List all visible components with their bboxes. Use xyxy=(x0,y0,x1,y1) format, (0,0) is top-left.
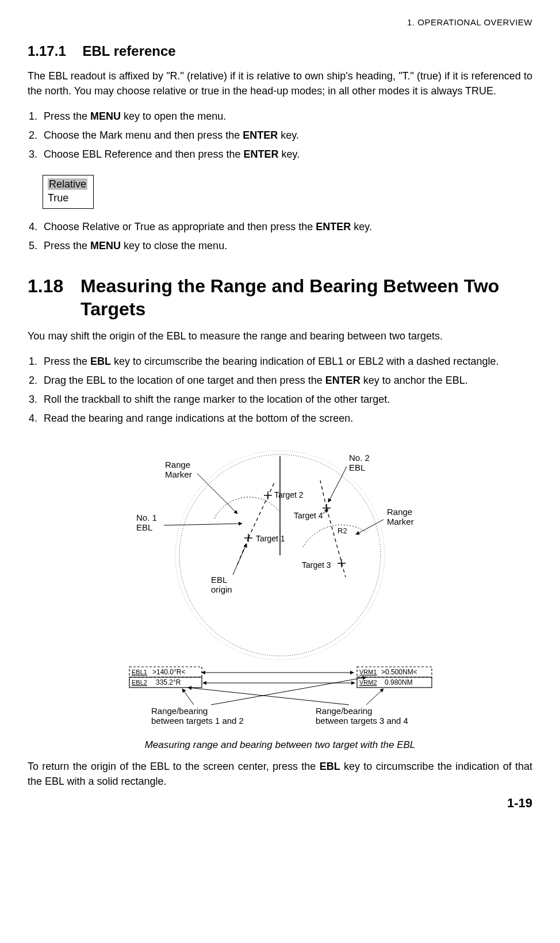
step-text: key. xyxy=(351,221,372,232)
outro-key: EBL xyxy=(320,761,340,772)
readout-vrm: VRM1 >0.500NM< VRM2 0.980NM xyxy=(357,667,432,688)
step-text: Drag the EBL to the location of one targ… xyxy=(44,375,325,386)
step-text: Choose the Mark menu and then press the xyxy=(44,129,243,141)
fig-label: No. 1 xyxy=(136,513,157,522)
step-text: key to close the menu. xyxy=(121,240,227,251)
svg-text:No. 2EBL: No. 2EBL xyxy=(349,453,370,472)
para-1-18-outro: To return the origin of the EBL to the s… xyxy=(28,759,532,789)
heading-title: EBL reference xyxy=(82,43,175,59)
step-text: key to open the menu. xyxy=(121,110,226,122)
svg-text:Range/bearingbetween targets 3: Range/bearingbetween targets 3 and 4 xyxy=(316,706,408,726)
steps-1-17-1-b: Choose Relative or True as appropriate a… xyxy=(28,219,532,254)
fig-label: origin xyxy=(211,585,232,594)
fig-caption-text: Range/bearing xyxy=(151,706,208,716)
svg-line-25 xyxy=(323,509,328,514)
step: Read the bearing and range indications a… xyxy=(40,411,532,426)
fig-label: Target 3 xyxy=(302,560,331,570)
figure-ebl-diagram: R2 RangeMarker No. 1EBL EBLorigin Target… xyxy=(96,434,464,751)
readout-value: 0.980NM xyxy=(385,678,413,686)
step-text: Press the xyxy=(44,356,90,367)
step-text: Press the xyxy=(44,110,90,122)
fig-caption-text: between targets 1 and 2 xyxy=(151,716,244,726)
fig-label: No. 2 xyxy=(349,453,370,463)
step-text: key to anchor the EBL. xyxy=(360,375,468,386)
option-other: True xyxy=(48,192,87,205)
fig-label: Target 2 xyxy=(274,490,304,499)
readout-value: >0.500NM< xyxy=(381,668,417,676)
fig-caption-text: Range/bearing xyxy=(316,706,372,716)
page: 1. OPERATIONAL OVERVIEW 1.17.1 EBL refer… xyxy=(0,0,560,822)
step: Drag the EBL to the location of one targ… xyxy=(40,373,532,388)
step: Choose Relative or True as appropriate a… xyxy=(40,219,532,235)
fig-label: Range xyxy=(387,507,412,517)
svg-line-37 xyxy=(366,689,383,705)
step: Press the MENU key to close the menu. xyxy=(40,238,532,254)
step: Roll the trackball to shift the range ma… xyxy=(40,392,532,407)
step-key: MENU xyxy=(90,240,121,251)
option-selected: Relative xyxy=(48,178,87,190)
fig-label: Target 1 xyxy=(256,534,285,543)
fig-label: EBL xyxy=(349,463,365,472)
running-header: 1. OPERATIONAL OVERVIEW xyxy=(28,17,532,27)
svg-line-18 xyxy=(164,524,242,525)
page-number: 1-19 xyxy=(507,796,532,811)
svg-line-20 xyxy=(233,544,247,575)
readout-ebl: EBL1 >140.0°R< EBL2 335.2°R xyxy=(129,667,202,688)
para-1-18-intro: You may shift the origin of the EBL to m… xyxy=(28,329,532,343)
step-key: ENTER xyxy=(243,129,278,141)
readout-label: EBL2 xyxy=(132,679,147,686)
fig-label: EBL xyxy=(211,575,227,585)
readout-label: VRM1 xyxy=(359,669,377,675)
svg-line-24 xyxy=(356,520,383,535)
readout-label: VRM2 xyxy=(359,679,377,686)
svg-line-36 xyxy=(188,688,349,705)
figure-caption: Measuring range and bearing between two … xyxy=(96,739,464,751)
fig-label: Range xyxy=(165,460,190,469)
heading-number: 1.17.1 xyxy=(28,43,66,59)
step-key: MENU xyxy=(90,110,121,122)
step-text: Roll the trackball to shift the range ma… xyxy=(44,394,390,405)
step-key: ENTER xyxy=(325,375,360,386)
step-text: Choose EBL Reference and then press the xyxy=(44,148,244,160)
step-key: ENTER xyxy=(316,221,351,232)
option-box: Relative True xyxy=(43,175,94,209)
steps-1-17-1-a: Press the MENU key to open the menu. Cho… xyxy=(28,109,532,162)
step-text: key. xyxy=(279,148,300,160)
step-text: Read the bearing and range indications a… xyxy=(44,413,353,424)
heading-1-18: 1.18 Measuring the Range and Bearing Bet… xyxy=(28,274,532,320)
svg-line-16 xyxy=(197,474,237,514)
readout-value: 335.2°R xyxy=(156,678,181,686)
svg-text:EBLorigin: EBLorigin xyxy=(211,575,232,594)
step: Choose EBL Reference and then press the … xyxy=(40,147,532,162)
svg-line-34 xyxy=(211,677,366,705)
step-text: Press the xyxy=(44,240,90,251)
step-key: ENTER xyxy=(244,148,279,160)
readout-value: >140.0°R< xyxy=(152,668,186,676)
step-text: key to circumscribe the bearing indicati… xyxy=(111,356,498,367)
svg-line-33 xyxy=(182,689,194,705)
step: Press the EBL key to circumscribe the be… xyxy=(40,354,532,369)
step-text: key. xyxy=(278,129,299,141)
svg-text:RangeMarker: RangeMarker xyxy=(165,460,192,479)
fig-caption-text: between targets 3 and 4 xyxy=(316,716,408,726)
outro-text: To return the origin of the EBL to the s… xyxy=(28,761,320,772)
heading-1-17-1: 1.17.1 EBL reference xyxy=(28,43,532,59)
step: Press the MENU key to open the menu. xyxy=(40,109,532,124)
readout-label: EBL1 xyxy=(132,669,147,675)
heading-number: 1.18 xyxy=(28,274,80,320)
fig-label: Marker xyxy=(387,517,414,526)
ebl-diagram-svg: R2 RangeMarker No. 1EBL EBLorigin Target… xyxy=(96,434,464,734)
fig-label: Marker xyxy=(165,469,192,479)
fig-label-r2: R2 xyxy=(337,526,347,535)
svg-line-22 xyxy=(328,467,347,502)
heading-title: Measuring the Range and Bearing Between … xyxy=(80,274,532,320)
step-text: Choose Relative or True as appropriate a… xyxy=(44,221,316,232)
para-1-17-1: The EBL readout is affixed by "R." (rela… xyxy=(28,68,532,98)
step: Choose the Mark menu and then press the … xyxy=(40,128,532,143)
svg-line-5 xyxy=(248,483,274,538)
svg-text:No. 1EBL: No. 1EBL xyxy=(136,513,157,532)
step-key: EBL xyxy=(90,356,111,367)
steps-1-18: Press the EBL key to circumscribe the be… xyxy=(28,354,532,426)
svg-text:RangeMarker: RangeMarker xyxy=(387,507,414,526)
fig-label: Target 4 xyxy=(294,511,323,520)
